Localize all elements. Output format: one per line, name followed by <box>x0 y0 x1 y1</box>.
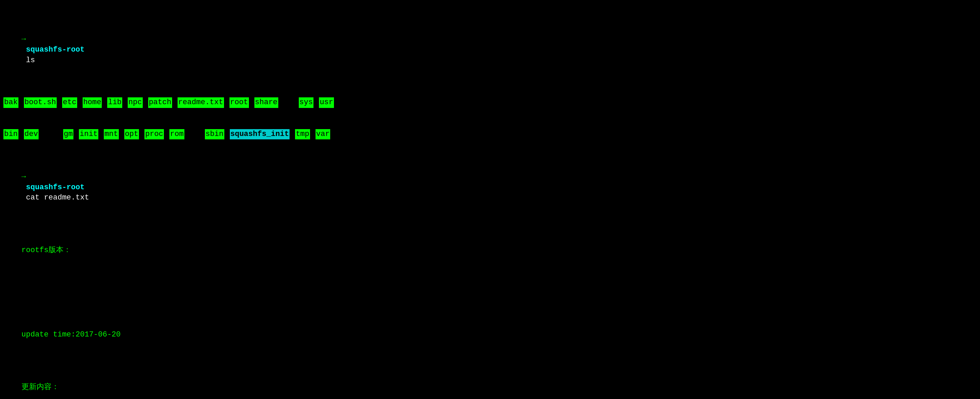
file-tmp: tmp <box>295 129 310 140</box>
rootfs-version-line: rootfs版本： <box>3 235 977 267</box>
update-time-1: update time:2017-06-20 <box>3 319 977 351</box>
file-usr: usr <box>319 97 334 108</box>
file-bootsh: boot.sh <box>24 97 57 108</box>
file-gm: gm <box>63 129 73 140</box>
arrow-2: → <box>22 172 26 181</box>
file-root: root <box>229 97 249 108</box>
file-var: var <box>315 129 331 140</box>
file-mnt: mnt <box>104 129 119 140</box>
file-bak: bak <box>3 97 18 108</box>
terminal-output: → squashfs-root ls bak boot.sh etc home … <box>3 3 977 399</box>
file-lib: lib <box>107 97 122 108</box>
file-bin: bin <box>3 129 18 140</box>
blank-1 <box>3 287 977 298</box>
update-content-1: 更新内容： <box>3 372 977 399</box>
file-init: init <box>79 129 98 140</box>
host-2: squashfs-root <box>22 183 85 192</box>
file-proc: proc <box>145 129 164 140</box>
cmd-1: ls <box>22 56 35 65</box>
file-sbin: sbin <box>205 129 224 140</box>
host-1: squashfs-root <box>22 45 85 54</box>
file-home: home <box>83 97 102 108</box>
file-squashfsinit: squashfs_init <box>230 129 290 140</box>
file-patch: patch <box>148 97 172 108</box>
file-rom: rom <box>169 129 185 140</box>
file-etc: etc <box>62 97 77 108</box>
cmd-2: cat readme.txt <box>22 193 89 202</box>
file-readmetxt: readme.txt <box>178 97 224 108</box>
prompt-line-2: → squashfs-root cat readme.txt <box>3 161 977 214</box>
file-dev: dev <box>24 129 39 140</box>
file-sys: sys <box>299 97 314 108</box>
file-npc: npc <box>128 97 143 108</box>
file-opt: opt <box>124 129 139 140</box>
prompt-line-1: → squashfs-root ls <box>3 24 977 77</box>
rootfs-label: rootfs版本： <box>22 246 71 254</box>
arrow-1: → <box>22 35 26 43</box>
file-share: share <box>255 97 278 108</box>
files-line-2: bin dev gm init mnt opt proc rom sbin sq… <box>3 129 977 140</box>
files-line-1: bak boot.sh etc home lib npc patch readm… <box>3 97 977 108</box>
